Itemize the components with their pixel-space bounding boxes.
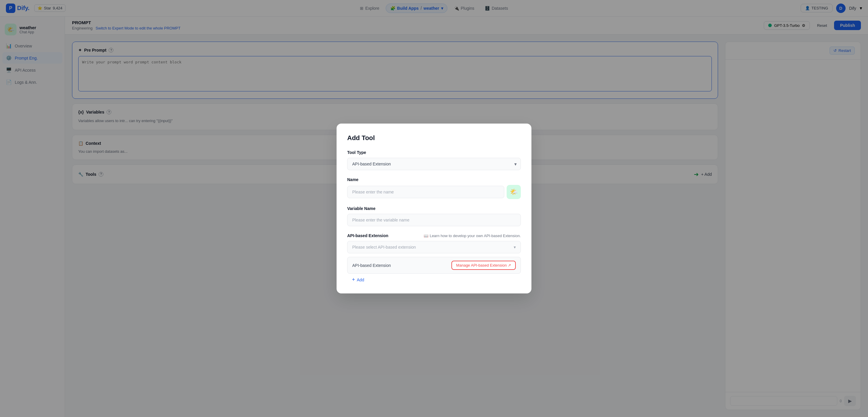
book-icon: 📖 [424,234,428,238]
add-plus-icon: + [352,277,355,283]
name-input[interactable] [347,186,504,198]
name-label: Name [347,177,521,182]
add-extension-button[interactable]: + Add [347,274,521,283]
extension-row: API-based Extension Manage API-based Ext… [347,257,521,274]
extension-row-label: API-based Extension [352,263,391,268]
extension-chevron-icon: ▾ [514,245,516,249]
tool-type-field: Tool Type API-based ExtensionBuilt-in To… [347,150,521,170]
tool-type-label: Tool Type [347,150,521,155]
extension-dropdown[interactable]: Please select API-based extension ▾ [347,241,521,253]
variable-name-input[interactable] [347,214,521,226]
api-extension-label: API-based Extension [347,233,388,238]
modal-overlay[interactable]: Add Tool Tool Type API-based ExtensionBu… [0,0,868,417]
emoji-button[interactable]: 🌤️ [507,185,521,199]
tool-type-select[interactable]: API-based ExtensionBuilt-in Tool [347,158,521,170]
variable-name-field: Variable Name [347,206,521,233]
api-extension-field: API-based Extension 📖 Learn how to devel… [347,233,521,283]
add-tool-modal: Add Tool Tool Type API-based ExtensionBu… [337,124,531,293]
learn-link[interactable]: 📖 Learn how to develop your own API-base… [424,234,521,238]
variable-name-label: Variable Name [347,206,521,211]
name-field: Name 🌤️ [347,177,521,199]
manage-extension-button[interactable]: Manage API-based Extension ↗ [452,261,516,270]
modal-title: Add Tool [347,134,521,142]
